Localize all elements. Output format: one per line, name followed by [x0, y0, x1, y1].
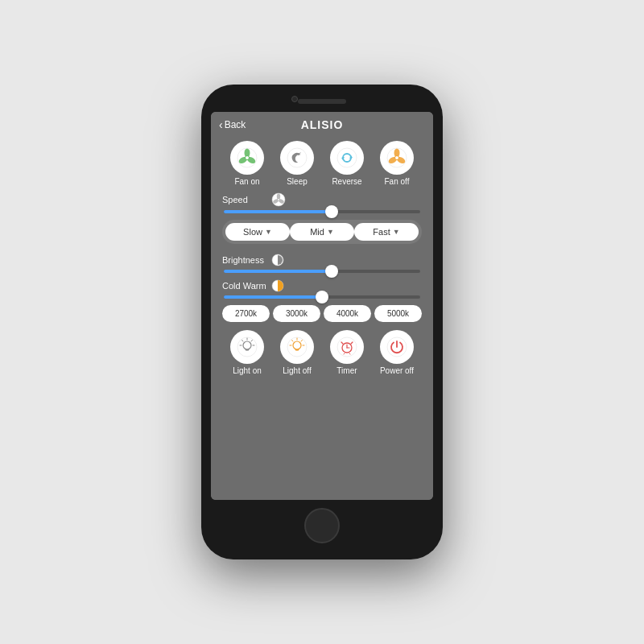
- phone-speaker: [298, 99, 346, 104]
- power-off-circle: [380, 330, 414, 364]
- phone-camera: [291, 96, 298, 102]
- power-off-icon: [386, 336, 407, 357]
- light-on-icon: [237, 336, 258, 357]
- 5000k-button[interactable]: 5000k: [374, 305, 422, 322]
- main-content: Fan on z z Sleep: [211, 136, 433, 500]
- fast-button[interactable]: Fast ▼: [354, 223, 419, 241]
- timer-circle: [330, 330, 364, 364]
- svg-point-4: [246, 156, 250, 160]
- fast-label: Fast: [373, 227, 390, 237]
- 2700k-button[interactable]: 2700k: [222, 305, 270, 322]
- svg-point-31: [287, 337, 307, 357]
- fan-on-circle: [230, 141, 264, 175]
- speed-slider-thumb[interactable]: [325, 205, 338, 218]
- fan-on-button[interactable]: Fan on: [230, 141, 264, 186]
- slow-button[interactable]: Slow ▼: [225, 223, 290, 241]
- mid-label: Mid: [310, 227, 324, 237]
- sleep-circle: z z: [280, 141, 314, 175]
- light-off-icon: [287, 336, 308, 357]
- light-off-label: Light off: [283, 366, 311, 375]
- back-chevron-icon: ‹: [219, 118, 223, 131]
- color-temp-label: Cold Warm: [222, 281, 266, 291]
- svg-point-15: [395, 156, 399, 160]
- svg-point-5: [287, 148, 307, 167]
- color-temp-slider-container: [222, 295, 422, 299]
- brightness-label: Brightness: [222, 255, 266, 265]
- timer-label: Timer: [336, 366, 357, 375]
- speed-buttons-group: Slow ▼ Mid ▼ Fast ▼: [222, 220, 422, 244]
- page-title: ALISIO: [301, 118, 344, 131]
- light-on-circle: [230, 330, 264, 364]
- sleep-label: Sleep: [287, 177, 308, 186]
- speed-icon: [271, 192, 286, 207]
- back-button[interactable]: ‹ Back: [219, 118, 246, 131]
- slow-icon: ▼: [265, 228, 272, 236]
- color-temp-slider-thumb[interactable]: [316, 291, 328, 303]
- speed-label: Speed: [222, 195, 266, 204]
- fan-on-icon: [237, 147, 258, 168]
- speed-row: Speed: [222, 192, 422, 207]
- light-on-label: Light on: [233, 366, 262, 375]
- light-off-circle: [280, 330, 314, 364]
- mid-icon: ▼: [327, 228, 334, 236]
- sleep-icon: z z: [287, 147, 308, 168]
- speed-slider-track: [224, 210, 420, 213]
- svg-line-45: [344, 353, 345, 354]
- back-label: Back: [225, 119, 246, 130]
- color-temp-icon: [271, 279, 284, 292]
- fan-off-label: Fan off: [385, 177, 410, 186]
- light-on-button[interactable]: Light on: [230, 330, 264, 375]
- power-off-button[interactable]: Power off: [380, 330, 414, 375]
- fan-off-circle: [380, 141, 414, 175]
- sleep-button[interactable]: z z Sleep: [280, 141, 314, 186]
- timer-button[interactable]: Timer: [330, 330, 364, 375]
- color-temp-slider-track: [224, 295, 420, 299]
- phone-screen: ‹ Back ALISIO: [211, 112, 433, 500]
- light-off-button[interactable]: Light off: [280, 330, 314, 375]
- svg-point-23: [237, 337, 257, 357]
- brightness-slider-container: [222, 270, 422, 273]
- fast-icon: ▼: [393, 228, 400, 236]
- reverse-button[interactable]: Reverse: [330, 141, 364, 186]
- reverse-circle: [330, 141, 364, 175]
- reverse-icon: [336, 147, 357, 168]
- color-temp-buttons: 2700k 3000k 4000k 5000k: [222, 305, 422, 322]
- svg-text:z: z: [299, 151, 301, 155]
- brightness-icon: [271, 254, 284, 266]
- 3000k-button[interactable]: 3000k: [273, 305, 320, 322]
- fan-off-icon: [386, 147, 407, 168]
- power-off-label: Power off: [380, 366, 414, 375]
- 4000k-button[interactable]: 4000k: [324, 305, 371, 322]
- reverse-label: Reverse: [332, 177, 361, 186]
- home-button[interactable]: [304, 508, 340, 543]
- svg-point-20: [278, 199, 280, 201]
- svg-point-8: [337, 148, 357, 167]
- brightness-slider-thumb[interactable]: [325, 265, 338, 278]
- mid-button[interactable]: Mid ▼: [290, 223, 354, 241]
- fan-controls-row: Fan on z z Sleep: [222, 141, 422, 186]
- brightness-row: Brightness: [222, 254, 422, 266]
- fan-on-label: Fan on: [234, 177, 259, 186]
- bottom-controls-row: Light on: [222, 330, 422, 375]
- brightness-slider-fill: [224, 270, 332, 273]
- header: ‹ Back ALISIO: [211, 112, 433, 136]
- fan-off-button[interactable]: Fan off: [380, 141, 414, 186]
- phone-frame: ‹ Back ALISIO: [201, 85, 443, 559]
- speed-slider-fill: [224, 210, 332, 213]
- speed-slider-container: [222, 210, 422, 213]
- slow-label: Slow: [243, 227, 262, 237]
- svg-line-46: [349, 353, 350, 354]
- timer-icon: [336, 336, 357, 357]
- brightness-slider-track: [224, 270, 420, 273]
- color-temp-slider-fill: [224, 295, 322, 299]
